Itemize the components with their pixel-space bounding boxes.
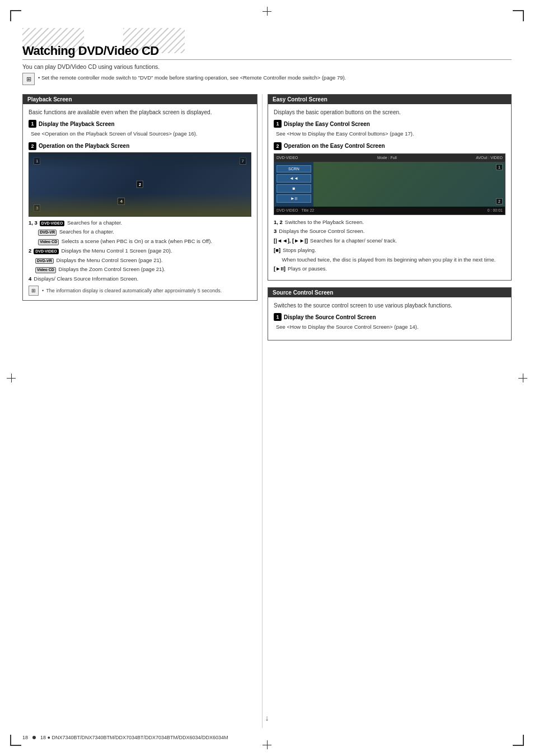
title-underline — [22, 59, 512, 60]
easy-screen-topright: AVOut : VIDEO — [476, 156, 503, 160]
playback-note-content: The information display is cleared autom… — [46, 287, 222, 295]
playback-screen-image: 1 7 2 4 3 — [29, 152, 251, 217]
playback-description: Basic functions are available even when … — [29, 109, 251, 116]
note-text: • Set the remote controller mode switch … — [38, 74, 512, 81]
page-down-arrow: ↓ — [265, 713, 269, 722]
easy-item-6: [►II] Plays or pauses. — [274, 265, 505, 273]
playback-note-text: • The information display is cleared aut… — [42, 287, 222, 295]
easy-screen-mode: Mode : Full — [303, 156, 472, 160]
easy-screen-num-2: 2 — [496, 198, 503, 204]
playback-item-4: 2 DVD·VIDEO Displays the Menu Control 1 … — [29, 247, 251, 255]
easy-screen-bottomleft: DVD·VIDEO — [277, 208, 298, 212]
note-content: Set the remote controller mode switch to… — [41, 74, 346, 81]
num-badge-1: 1 — [29, 120, 36, 128]
source-num-badge-1: 1 — [274, 313, 282, 321]
easy-btn-scrn: SCRN — [277, 165, 311, 172]
footer-model-text: 18 ● DNX7340BT/DNX7340BTM/DDX7034BT/DDX7… — [40, 735, 228, 740]
badge-dvd-vr-1: DVD-VR — [38, 230, 57, 235]
easy-screen-main-body: SCRN ◄◄ ■ ►II 1 2 — [274, 162, 505, 207]
badge-dvd-video-1: DVD·VIDEO — [40, 221, 65, 226]
footer-dot — [32, 736, 36, 739]
page-subtitle: You can play DVD/Video CD using various … — [22, 63, 160, 70]
playback-item-1: 1, 3 DVD·VIDEO Searches for a chapter. — [29, 219, 251, 227]
easy-screen-video: 1 2 — [313, 162, 505, 207]
note-remote-icon: ⊞ — [29, 286, 39, 296]
easy-control-items-list: 1, 2 Switches to the Playback Screen. 3 … — [274, 218, 505, 273]
crosshair-top — [263, 7, 271, 16]
easy-sub1-label: Display the Easy Control Screen — [284, 121, 370, 127]
easy-num-badge-1: 1 — [274, 120, 282, 128]
right-column: Easy Control Screen Displays the basic o… — [268, 94, 512, 728]
easy-screen-time: 0 : 00:01 — [488, 208, 503, 212]
easy-screen-left-panel: SCRN ◄◄ ■ ►II — [274, 162, 313, 207]
playback-sub1-label: Display the Playback Screen — [39, 121, 115, 127]
corner-mark-tl — [10, 10, 21, 21]
easy-control-section: Easy Control Screen Displays the basic o… — [268, 94, 512, 281]
easy-btn-3: ►II — [277, 194, 311, 203]
playback-items-list: 1, 3 DVD·VIDEO Searches for a chapter. D… — [29, 219, 251, 283]
corner-mark-br — [513, 735, 524, 746]
source-sub1-label: Display the Source Control Screen — [284, 314, 376, 320]
easy-sub1-title: 1 Display the Easy Control Screen — [274, 120, 505, 128]
easy-screen-topbar: DVD·VIDEO Mode : Full AVOut : VIDEO — [274, 154, 505, 162]
easy-btn-2: ■ — [277, 184, 311, 193]
easy-item-4: [■] Stops playing. — [274, 246, 505, 255]
playback-item-2: DVD-VR Searches for a chapter. — [29, 228, 251, 236]
source-sub1-body: See <How to Display the Source Control S… — [274, 323, 505, 331]
easy-item-3: [|◄◄], [►►|] Searches for a chapter/ sce… — [274, 237, 505, 245]
badge-dvd-video-2: DVD·VIDEO — [34, 249, 59, 254]
page-title: Watching DVD/Video CD — [22, 44, 159, 58]
easy-item-2: 3 Displays the Source Control Screen. — [274, 227, 505, 236]
playback-section-body: Basic functions are available even when … — [23, 104, 257, 300]
badge-dvd-vr-2: DVD-VR — [35, 258, 54, 264]
menu-control-screen-text: Displays the Menu Control Screen (page 2… — [56, 257, 162, 263]
easy-screen-num-1: 1 — [496, 164, 503, 170]
easy-item-1: 1, 2 Switches to the Playback Screen. — [274, 218, 505, 227]
source-control-header: Source Control Screen — [268, 288, 511, 297]
easy-control-body: Displays the basic operation buttons on … — [268, 104, 511, 280]
playback-sub2-title: 2 Operation on the Playback Screen — [29, 142, 251, 150]
playback-sub1-title: 1 Display the Playback Screen — [29, 120, 251, 128]
note-bullet-dot: • — [42, 287, 44, 295]
source-control-description: Switches to the source control screen to… — [274, 302, 505, 310]
zoom-control-screen-text: Displays the Zoom Control Screen (page 2… — [59, 266, 166, 272]
easy-item-5: When touched twice, the disc is played f… — [274, 256, 505, 264]
easy-screen-bottombar: DVD·VIDEO Title 22 0 : 00:01 — [274, 207, 505, 214]
playback-item-5: DVD-VR Displays the Menu Control Screen … — [29, 256, 251, 265]
column-divider — [262, 94, 263, 728]
crosshair-left — [7, 374, 16, 382]
playback-section-header: Playback Screen — [23, 95, 257, 104]
display-source-control-text: Displays the Source Control Screen. — [279, 227, 364, 236]
left-column: Playback Screen Basic functions are avai… — [22, 94, 257, 728]
playback-section: Playback Screen Basic functions are avai… — [22, 94, 257, 301]
easy-screen-title-label: Title 22 — [302, 208, 315, 212]
playback-sub2-label: Operation on the Playback Screen — [39, 143, 129, 149]
easy-sub2-label: Operation on the Easy Control Screen — [284, 143, 385, 149]
easy-screen-topleft: DVD·VIDEO — [277, 156, 298, 160]
easy-control-screen-image: DVD·VIDEO Mode : Full AVOut : VIDEO SCRN… — [274, 153, 505, 215]
easy-num-badge-2: 2 — [274, 142, 282, 150]
playback-item-7: 4 Displays/ Clears Source Information Sc… — [29, 275, 251, 283]
crosshair-bottom — [263, 740, 271, 749]
badge-videocd-1: Video CD — [38, 239, 59, 245]
page-number: 18 — [22, 735, 28, 740]
easy-sub1-body: See <How to Display the Easy Control but… — [274, 130, 505, 138]
playback-note-area: ⊞ • The information display is cleared a… — [29, 286, 251, 296]
source-sub1-title: 1 Display the Source Control Screen — [274, 313, 505, 321]
badge-videocd-2: Video CD — [35, 267, 56, 273]
screen-label-2: 2 — [137, 181, 143, 188]
page-footer: 18 18 ● DNX7340BT/DNX7340BTM/DDX7034BT/D… — [22, 735, 512, 740]
playback-sub1-body: See <Operation on the Playback Screen of… — [29, 130, 251, 138]
easy-screen-bg — [313, 162, 505, 207]
playback-item-6: Video CD Displays the Zoom Control Scree… — [29, 265, 251, 274]
easy-sub2-title: 2 Operation on the Easy Control Screen — [274, 142, 505, 150]
source-control-section: Source Control Screen Switches to the so… — [268, 287, 512, 340]
crosshair-right — [518, 374, 527, 382]
corner-mark-bl — [10, 735, 21, 746]
source-control-body: Switches to the source control screen to… — [268, 297, 511, 340]
easy-control-header: Easy Control Screen — [268, 95, 511, 104]
easy-control-description: Displays the basic operation buttons on … — [274, 109, 505, 116]
playback-item-3: Video CD Selects a scene (when PBC is On… — [29, 237, 251, 246]
easy-btn-1: ◄◄ — [277, 174, 311, 183]
remote-icon: ⊞ — [22, 73, 35, 85]
